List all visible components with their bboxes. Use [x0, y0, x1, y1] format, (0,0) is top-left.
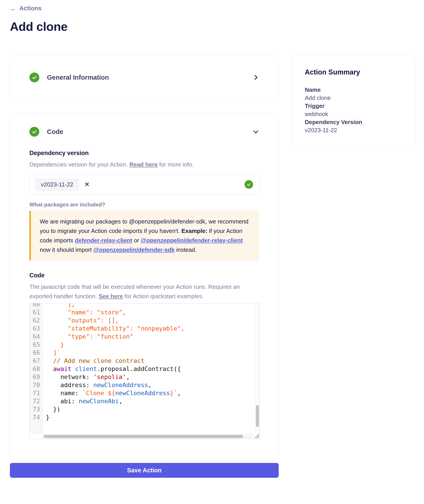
save-action-button[interactable]: Save Action: [10, 463, 279, 478]
dependency-version-tag: v2023-11-22: [35, 178, 79, 191]
right-column: Action Summary Name Add clone Trigger we…: [291, 55, 416, 148]
code-editor-lines[interactable]: 60 ],61 "name": "store",62 "outputs": []…: [30, 303, 255, 421]
code-field-description: The javascript code that will be execute…: [29, 282, 251, 301]
alert-text: now it should import: [40, 246, 93, 253]
read-here-link[interactable]: Read here: [129, 161, 158, 168]
action-summary-card: Action Summary Name Add clone Trigger we…: [291, 55, 416, 148]
alert-example-label: Example:: [181, 228, 207, 234]
code-field-label: Code: [29, 272, 259, 279]
horizontal-scroll-thumb[interactable]: [44, 435, 243, 438]
breadcrumb-actions[interactable]: ← Actions: [10, 5, 416, 12]
back-arrow-icon: ←: [10, 5, 17, 12]
dependency-desc-text: Dependencies version for your Action.: [29, 161, 129, 168]
editor-vertical-scrollbar[interactable]: [255, 304, 260, 434]
code-editor[interactable]: 60 ],61 "name": "store",62 "outputs": []…: [29, 303, 260, 439]
action-summary-title: Action Summary: [305, 68, 402, 76]
dependency-version-select[interactable]: v2023-11-22 ✕: [29, 175, 259, 194]
chevron-down-icon[interactable]: [252, 128, 259, 135]
summary-dependency-value: v2023-11-22: [305, 126, 402, 134]
openzeppelin-defender-sdk-link[interactable]: @openzeppelin/defender-sdk: [93, 246, 175, 253]
code-card-header[interactable]: Code: [29, 127, 259, 137]
see-here-link[interactable]: See here: [99, 293, 123, 300]
dependency-desc-text-suffix: for more info.: [158, 161, 193, 168]
add-clone-page: ← Actions Add clone General Information: [0, 0, 424, 504]
code-card-title: Code: [47, 128, 63, 135]
summary-name-value: Add clone: [305, 94, 402, 102]
content-columns: General Information Code: [10, 55, 416, 478]
openzeppelin-defender-relay-client-link[interactable]: @openzeppelin/defender-relay-client: [141, 237, 243, 244]
general-information-complete-check-icon: [29, 73, 39, 82]
code-complete-check-icon: [29, 127, 39, 137]
breadcrumb-label: Actions: [19, 5, 42, 12]
alert-text: or: [132, 237, 141, 244]
editor-resize-handle-icon[interactable]: [253, 432, 260, 439]
general-information-title: General Information: [47, 74, 109, 81]
general-information-card[interactable]: General Information: [10, 55, 279, 100]
left-column: General Information Code: [10, 55, 279, 478]
page-title: Add clone: [10, 19, 416, 33]
packages-included-question: What packages are included?: [29, 201, 259, 208]
vertical-scroll-thumb[interactable]: [256, 405, 259, 427]
dependency-version-label: Dependency version: [29, 150, 259, 157]
alert-text: instead.: [175, 246, 197, 253]
summary-name-label: Name: [305, 86, 402, 94]
code-card: Code Dependency version Dependencies ver…: [10, 113, 279, 460]
editor-horizontal-scrollbar[interactable]: [43, 434, 255, 439]
valid-check-icon: [244, 180, 253, 189]
summary-trigger-label: Trigger: [305, 102, 402, 110]
action-summary-list: Name Add clone Trigger webhook Dependenc…: [305, 86, 402, 134]
chevron-right-icon[interactable]: [252, 74, 259, 81]
summary-trigger-value: webhook: [305, 110, 402, 118]
defender-relay-client-link[interactable]: defender-relay-client: [75, 237, 132, 244]
migration-alert: We are migrating our packages to @openze…: [29, 211, 259, 261]
code-desc-text-suffix: for Action quickstart examples.: [123, 293, 204, 300]
general-information-header[interactable]: General Information: [29, 73, 259, 82]
remove-version-icon[interactable]: ✕: [84, 182, 90, 188]
summary-dependency-label: Dependency Version: [305, 118, 402, 126]
dependency-version-description: Dependencies version for your Action. Re…: [29, 160, 259, 169]
